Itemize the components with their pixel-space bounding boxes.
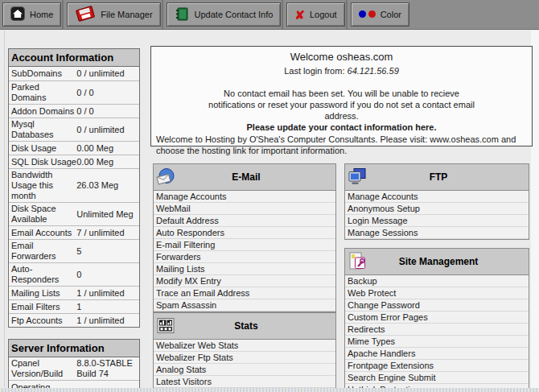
site-management-menu-item[interactable]: Frontpage Extensions bbox=[345, 360, 529, 372]
table-row: Mailing Lists 1 / unlimited bbox=[9, 286, 139, 299]
email-menu-item[interactable]: E-mail Filtering bbox=[154, 239, 335, 251]
home-icon bbox=[10, 6, 25, 23]
row-value: 1 / unlimited bbox=[76, 316, 139, 326]
row-value: Unlimited Meg bbox=[76, 209, 139, 220]
ftp-menu-item[interactable]: Anonymous Setup bbox=[345, 203, 529, 215]
row-value: 0 / unlimited bbox=[76, 125, 139, 135]
update-contact-prefix: Please update your contact information bbox=[247, 122, 416, 132]
site-management-menu-item[interactable]: Redirects bbox=[345, 324, 529, 336]
site-management-menu-item[interactable]: Custom Error Pages bbox=[345, 312, 529, 324]
site-management-menu-item[interactable]: Backup bbox=[345, 275, 529, 287]
top-toolbar: Home File Manager Update Contact Info ✘ … bbox=[0, 0, 539, 30]
account-information-title: Account Information bbox=[9, 49, 139, 67]
email-menu-item[interactable]: Trace an Email Address bbox=[154, 287, 335, 299]
ftp-menu-item[interactable]: Login Message bbox=[345, 215, 529, 227]
logout-button-label: Logout bbox=[310, 10, 337, 19]
site-management-menu-item[interactable]: Change Password bbox=[345, 299, 529, 312]
stats-menu-item[interactable]: Webalizer Ftp Stats bbox=[154, 352, 335, 364]
update-contact-suffix: . bbox=[434, 122, 436, 132]
row-label: Ftp Accounts bbox=[9, 316, 76, 326]
row-value: 0 / 0 bbox=[76, 88, 139, 98]
ftp-computer-icon bbox=[345, 167, 369, 188]
table-row: SubDomains 0 / unlimited bbox=[9, 67, 139, 80]
update-contact-here-link[interactable]: here bbox=[415, 122, 434, 132]
email-menu-item[interactable]: WebMail bbox=[154, 203, 335, 215]
color-button[interactable]: Color bbox=[351, 2, 409, 27]
site-management-panel-items: BackupWeb ProtectChange PasswordCustom E… bbox=[345, 275, 529, 392]
stats-panel-title: Stats bbox=[178, 320, 335, 332]
welcome-box: Welcome osheas.com Last login from: 64.1… bbox=[150, 46, 533, 146]
email-menu-item[interactable]: Forwarders bbox=[154, 251, 335, 263]
table-row: Cpanel Version/Build 8.8.0-STABLE Build … bbox=[9, 357, 139, 380]
row-value: 0.00 Meg bbox=[76, 143, 139, 154]
stats-menu-item[interactable]: Analog Stats bbox=[154, 364, 335, 376]
row-label: Email Forwarders bbox=[9, 241, 76, 262]
email-menu-item[interactable]: Auto Responders bbox=[154, 227, 335, 239]
email-panel-title: E-Mail bbox=[178, 171, 335, 183]
table-row: Parked Domains 0 / 0 bbox=[9, 80, 139, 104]
table-row: Email Filters 1 bbox=[9, 299, 139, 313]
email-globe-icon bbox=[154, 167, 178, 188]
server-information-title: Server Information bbox=[9, 340, 139, 357]
row-value: 1 bbox=[76, 302, 139, 312]
window-left-edge bbox=[4, 31, 5, 387]
ftp-menu-item[interactable]: Manage Accounts bbox=[345, 191, 529, 203]
row-label: Email Filters bbox=[9, 302, 76, 312]
color-button-label: Color bbox=[381, 10, 401, 19]
row-label: Disk Space Available bbox=[9, 204, 76, 225]
toolbar-separator bbox=[162, 0, 163, 29]
last-login-line: Last login from: 64.121.56.59 bbox=[156, 65, 527, 76]
update-contact-info-button-label: Update Contact Info bbox=[195, 10, 274, 19]
email-menu-item[interactable]: Modify MX Entry bbox=[154, 275, 335, 287]
home-button[interactable]: Home bbox=[2, 2, 61, 27]
stats-chart-icon bbox=[154, 316, 178, 336]
row-label: Addon Domains bbox=[9, 106, 76, 117]
row-label: Auto-Responders bbox=[9, 264, 76, 285]
logout-x-icon: ✘ bbox=[294, 9, 305, 21]
ftp-panel-items: Manage AccountsAnonymous SetupLogin Mess… bbox=[345, 191, 529, 239]
site-management-menu-item[interactable]: Web Protect bbox=[345, 287, 529, 299]
site-management-panel-title: Site Management bbox=[369, 256, 529, 267]
table-row: Ftp Accounts 1 / unlimited bbox=[9, 313, 139, 327]
contact-info-icon bbox=[175, 6, 190, 23]
logout-button[interactable]: ✘ Logout bbox=[286, 2, 344, 27]
row-value: 8.8.0-STABLE Build 74 bbox=[76, 358, 139, 379]
update-contact-line: Please update your contact information h… bbox=[156, 122, 527, 133]
email-menu-item[interactable]: Default Address bbox=[154, 215, 335, 227]
toolbar-separator bbox=[282, 0, 283, 29]
row-label: Bandwidth Usage this month bbox=[9, 170, 76, 201]
table-row: Disk Usage 0.00 Meg bbox=[9, 141, 139, 155]
site-management-menu-item[interactable]: Apache Handlers bbox=[345, 348, 529, 360]
ftp-panel: FTP Manage AccountsAnonymous SetupLogin … bbox=[344, 163, 529, 240]
server-information-table: Server Information Cpanel Version/Build … bbox=[8, 339, 140, 392]
sidebar: Account Information SubDomains 0 / unlim… bbox=[8, 48, 140, 392]
stats-panel: Stats Webalizer Web StatsWebalizer Ftp S… bbox=[153, 312, 336, 392]
row-label: Mailing Lists bbox=[9, 288, 76, 299]
email-panel-header: E-Mail bbox=[154, 164, 335, 191]
email-panel: E-Mail Manage AccountsWebMailDefault Add… bbox=[153, 163, 336, 312]
email-menu-item[interactable]: Mailing Lists bbox=[154, 263, 335, 275]
row-value: 1 / unlimited bbox=[76, 288, 139, 299]
table-row: Email Forwarders 5 bbox=[9, 239, 139, 262]
table-row: Mysql Databases 0 / unlimited bbox=[9, 118, 139, 141]
email-menu-item[interactable]: Manage Accounts bbox=[154, 191, 335, 203]
email-menu-item[interactable]: Spam Assassin bbox=[154, 299, 335, 312]
site-management-menu-item[interactable]: Search Engine Submit bbox=[345, 372, 529, 384]
email-panel-items: Manage AccountsWebMailDefault AddressAut… bbox=[154, 191, 335, 312]
stats-menu-item[interactable]: Latest Visitors bbox=[154, 376, 335, 388]
update-contact-info-button[interactable]: Update Contact Info bbox=[167, 2, 282, 27]
ftp-menu-item[interactable]: Manage Sessions bbox=[345, 227, 529, 239]
site-management-menu-item[interactable]: Mime Types bbox=[345, 336, 529, 348]
file-manager-button[interactable]: File Manager bbox=[67, 2, 160, 27]
row-value: 26.03 Meg bbox=[76, 180, 139, 191]
site-management-panel: Site Management BackupWeb ProtectChange … bbox=[344, 248, 529, 392]
window-bottom-edge bbox=[0, 388, 539, 392]
toolbar-separator bbox=[62, 0, 64, 29]
row-label: Parked Domains bbox=[9, 82, 76, 103]
row-label: Cpanel Version/Build bbox=[9, 358, 76, 379]
ftp-panel-header: FTP bbox=[345, 164, 529, 191]
server-information-rows: Cpanel Version/Build 8.8.0-STABLE Build … bbox=[9, 357, 139, 392]
toolbar-separator bbox=[346, 0, 348, 29]
stats-menu-item[interactable]: Webalizer Web Stats bbox=[154, 340, 335, 352]
table-row: SQL Disk Usage 0.00 Meg bbox=[9, 155, 139, 168]
